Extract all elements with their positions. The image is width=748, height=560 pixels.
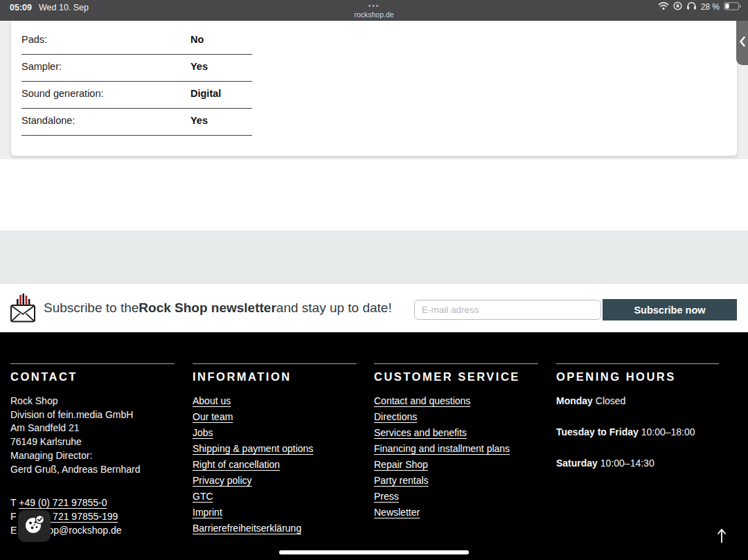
address-line: Gerd Gruß, Andreas Bernhard: [10, 463, 175, 477]
spec-row: Sampler: Yes: [21, 55, 252, 82]
footer-link[interactable]: Privacy policy: [193, 475, 252, 486]
footer-link[interactable]: Imprint: [193, 507, 222, 518]
scroll-to-top-button[interactable]: [714, 527, 729, 545]
footer-column-contact: CONTACT Rock ShopDivision of fein.media …: [10, 332, 175, 537]
footer-link[interactable]: Our team: [193, 411, 233, 422]
newsletter-envelope-icon: [9, 291, 38, 327]
footer-link-item: Barrierefreiheitserklärung: [193, 522, 357, 534]
spec-label: Standalone:: [21, 115, 75, 126]
phone-link[interactable]: +49 (0) 721 97855-0: [19, 497, 107, 508]
spec-value: No: [190, 34, 204, 45]
spec-row: Pads: No: [21, 28, 252, 55]
screen: 05:09 Wed 10. Sep ••• rockshop.de 28 %: [0, 0, 748, 560]
footer-link-item: Press: [374, 490, 538, 503]
rotation-lock-icon: [673, 1, 682, 13]
phone-line: T +49 (0) 721 97855-0: [10, 496, 175, 509]
column-rule: [374, 363, 538, 364]
footer-link[interactable]: Newsletter: [374, 507, 420, 518]
footer-link-item: Financing and installment plans: [374, 442, 538, 455]
spec-value: Digital: [190, 88, 221, 99]
customer-service-links: Contact and questionsDirectionsServices …: [374, 395, 538, 518]
newsletter-headline-bold: Rock Shop newsletter: [139, 300, 276, 316]
footer-link-item: Jobs: [193, 426, 357, 439]
contact-heading: CONTACT: [10, 370, 175, 383]
footer-column-opening-hours: OPENING HOURS Monday Closed Tuesday to F…: [556, 332, 719, 488]
site-url[interactable]: rockshop.de: [0, 10, 748, 19]
tab-dots-icon[interactable]: •••: [0, 2, 748, 10]
footer-link-item: Shipping & payment options: [193, 442, 357, 455]
spec-value: Yes: [190, 61, 208, 72]
footer-link[interactable]: Party rentals: [374, 475, 429, 486]
status-bar: 05:09 Wed 10. Sep ••• rockshop.de 28 %: [0, 0, 748, 21]
spec-label: Sound generation:: [21, 88, 104, 99]
footer-link-item: Contact and questions: [374, 395, 538, 407]
footer-link[interactable]: Right of cancellation: [193, 459, 280, 470]
spec-table: Pads: No Sampler: Yes Sound generation: …: [21, 28, 252, 136]
address-line: Rock Shop: [10, 395, 175, 408]
home-indicator[interactable]: [279, 550, 469, 554]
footer-link-item: Our team: [193, 410, 357, 423]
opening-hours-heading: OPENING HOURS: [556, 370, 719, 383]
footer-link-item: GTC: [193, 490, 357, 503]
spec-row: Sound generation: Digital: [21, 82, 252, 109]
information-heading: INFORMATION: [193, 370, 357, 383]
column-rule: [193, 363, 357, 364]
chevron-left-icon: [738, 35, 747, 51]
footer-link[interactable]: GTC: [193, 491, 213, 502]
footer-link[interactable]: Contact and questions: [374, 395, 470, 406]
information-links: About usOur teamJobsShipping & payment o…: [193, 395, 357, 534]
page-divider-band: [0, 231, 748, 284]
cookie-icon: [24, 514, 46, 539]
footer-link-item: Imprint: [193, 506, 357, 518]
opening-time: Closed: [596, 395, 626, 406]
footer-link[interactable]: Services and benefits: [374, 427, 467, 438]
footer-link[interactable]: Directions: [374, 411, 417, 422]
footer-link-item: About us: [193, 395, 357, 407]
phone-prefix: T: [10, 497, 19, 508]
opening-hours-entry: Monday Closed: [556, 395, 719, 407]
address-line: Division of fein.media GmbH: [10, 408, 175, 422]
footer-link[interactable]: About us: [193, 395, 231, 406]
footer-column-customer-service: CUSTOMER SERVICE Contact and questionsDi…: [374, 332, 538, 522]
footer-link-item: Services and benefits: [374, 426, 538, 439]
status-right: 28 %: [658, 0, 741, 14]
product-section: Pads: No Sampler: Yes Sound generation: …: [0, 21, 748, 159]
customer-service-heading: CUSTOMER SERVICE: [374, 370, 538, 383]
address-line: Am Sandfeld 21: [10, 422, 175, 435]
footer-link-item: Newsletter: [374, 506, 538, 518]
newsletter-bar: Subscribe to the Rock Shop newsletter an…: [0, 284, 748, 332]
footer-link-item: Repair Shop: [374, 458, 538, 471]
wifi-icon: [658, 1, 669, 13]
footer-link-item: Right of cancellation: [193, 458, 357, 471]
side-drawer-tab[interactable]: [736, 21, 748, 65]
footer-link-item: Party rentals: [374, 474, 538, 487]
footer-link[interactable]: Jobs: [193, 427, 213, 438]
battery-icon: [724, 1, 741, 13]
opening-time: 10:00–18:00: [641, 426, 695, 437]
footer-link-item: Privacy policy: [193, 474, 357, 487]
footer-link[interactable]: Repair Shop: [374, 459, 428, 470]
footer-link[interactable]: Barrierefreiheitserklärung: [193, 523, 301, 534]
address-line: Managing Director:: [10, 449, 175, 463]
battery-percent: 28 %: [701, 2, 720, 12]
browser-tab-indicator[interactable]: ••• rockshop.de: [0, 0, 748, 19]
contact-address: Rock ShopDivision of fein.media GmbHAm S…: [10, 395, 175, 476]
spec-label: Sampler:: [21, 61, 62, 72]
address-line: 76149 Karlsruhe: [10, 435, 175, 449]
footer-link[interactable]: Shipping & payment options: [193, 443, 313, 454]
arrow-up-icon: [714, 535, 729, 547]
column-rule: [10, 363, 175, 364]
spec-card: Pads: No Sampler: Yes Sound generation: …: [11, 21, 737, 156]
opening-day: Tuesday to Friday: [556, 426, 639, 437]
spec-row: Standalone: Yes: [21, 109, 252, 136]
opening-hours-entry: Tuesday to Friday 10:00–18:00: [556, 426, 719, 438]
email-input[interactable]: [414, 300, 601, 320]
column-rule: [556, 363, 719, 364]
cookie-settings-button[interactable]: [18, 510, 51, 542]
footer-link[interactable]: Press: [374, 491, 399, 502]
subscribe-button[interactable]: Subscribe now: [603, 299, 737, 320]
footer-link[interactable]: Financing and installment plans: [374, 443, 510, 454]
spec-label: Pads:: [21, 34, 47, 45]
opening-day: Monday: [556, 395, 593, 406]
opening-time: 10:00–14:30: [600, 458, 654, 469]
